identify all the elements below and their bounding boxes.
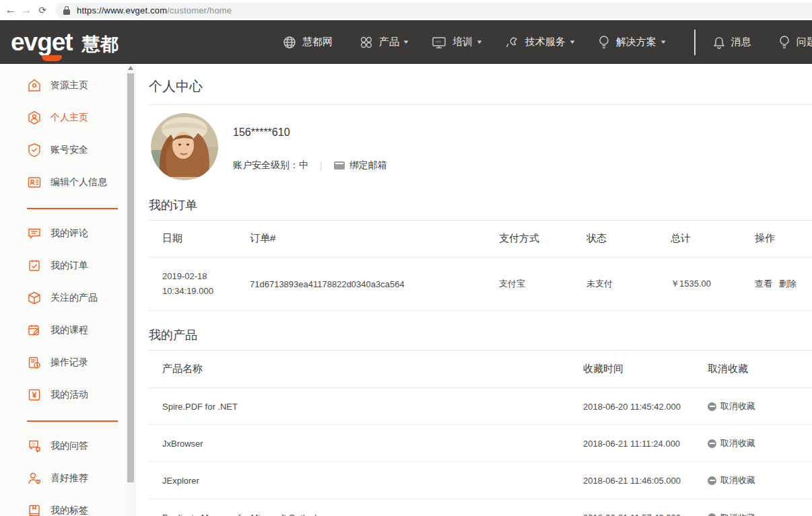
unfavorite-link[interactable]: 取消收藏 — [694, 437, 812, 449]
mail-icon — [334, 161, 345, 170]
product-name[interactable]: JExplorer — [149, 476, 570, 486]
sidebar-item-my-tags[interactable]: 我的标签 — [0, 494, 135, 516]
order-row: 2019-02-18 10:34:19.000 71d6713893ea4117… — [149, 258, 812, 311]
nav-divider — [694, 30, 696, 55]
favorite-time: 2018-06-21 11:11:24.000 — [570, 439, 694, 449]
browser-reload-button[interactable]: ⟳ — [35, 1, 53, 19]
column-header-product-name: 产品名称 — [149, 363, 570, 375]
security-level-label: 账户安全级别：中 — [233, 159, 308, 172]
security-row: 账户安全级别：中 ｜ 绑定邮箱 — [233, 159, 387, 172]
shield-check-icon — [27, 143, 42, 157]
favorite-time: 2018-06-21 11:46:05.000 — [570, 476, 694, 486]
lock-icon — [63, 6, 70, 15]
product-row: Duplicate Manager for Microsoft Outlook … — [149, 499, 812, 516]
product-name[interactable]: Spire.PDF for .NET — [149, 402, 570, 412]
product-name[interactable]: JxBrowser — [149, 439, 570, 449]
browser-forward-button[interactable]: → — [18, 1, 35, 19]
nav-questions[interactable]: 问题 ▼ — [778, 35, 812, 50]
sidebar-item-my-activities[interactable]: 我的活动 — [0, 379, 135, 411]
unfavorite-link[interactable]: 取消收藏 — [694, 400, 812, 412]
username: 156*****610 — [233, 126, 290, 139]
sidebar-item-operation-log[interactable]: 操作记录 — [0, 346, 135, 379]
user-hexagon-icon — [27, 110, 42, 125]
cube-icon — [27, 291, 42, 305]
sidebar-divider — [27, 420, 118, 422]
divider — [149, 104, 812, 105]
globe-icon — [283, 36, 296, 49]
product-row: Spire.PDF for .NET 2018-06-20 11:45:42.0… — [149, 388, 812, 425]
nav-products[interactable]: 产品 ▼ — [360, 36, 409, 49]
sidebar-item-account-security[interactable]: 账号安全 — [0, 134, 135, 166]
orders-table-header: 日期 订单# 支付方式 状态 总计 操作 — [149, 220, 812, 258]
bulb-icon — [598, 35, 610, 50]
minus-circle-icon — [708, 513, 716, 516]
minus-circle-icon — [708, 476, 716, 485]
site-header: evget 慧都 慧都网 产品 ▼ — [0, 20, 812, 64]
avatar[interactable] — [151, 113, 218, 180]
order-number: 71d6713893ea41178822d0340a3ca564 — [236, 279, 485, 289]
view-order-link[interactable]: 查看 — [755, 279, 772, 289]
order-total: ￥1535.00 — [657, 278, 741, 290]
nav-huidu-site[interactable]: 慧都网 — [283, 36, 337, 49]
sidebar-item-my-comments[interactable]: 我的评论 — [0, 217, 135, 250]
calendar-edit-icon — [27, 323, 42, 338]
scrollbar-thumb[interactable] — [127, 73, 134, 482]
orders-section-title: 我的订单 — [149, 197, 197, 213]
sidebar-item-resource-home[interactable]: 资源主页 — [0, 69, 135, 102]
page-title: 个人中心 — [149, 77, 203, 96]
qa-bubble-icon: ? — [27, 439, 42, 453]
favorite-time: 2018-06-21 11:57:43.000 — [570, 513, 694, 516]
column-header-total: 总计 — [657, 232, 741, 245]
minus-circle-icon — [708, 439, 716, 448]
products-section-title: 我的产品 — [149, 327, 197, 343]
tag-book-icon — [27, 503, 42, 516]
sidebar-item-followed-products[interactable]: 关注的产品 — [0, 282, 135, 314]
sidebar-item-edit-profile[interactable]: 编辑个人信息 — [0, 166, 135, 198]
person-heart-icon — [27, 471, 42, 486]
unfavorite-link[interactable]: 取消收藏 — [694, 474, 812, 486]
address-bar[interactable]: https://www.evget.com/customer/home — [55, 3, 812, 18]
column-header-favorite-time: 收藏时间 — [570, 363, 694, 375]
sidebar-item-recommendations[interactable]: 喜好推荐 — [0, 462, 135, 494]
bind-email-link[interactable]: 绑定邮箱 — [349, 159, 387, 172]
product-row: JxBrowser 2018-06-21 11:11:24.000 取消收藏 — [149, 425, 812, 462]
column-header-payment: 支付方式 — [485, 232, 573, 245]
order-payment: 支付宝 — [485, 278, 573, 290]
sidebar: 资源主页 个人主页 账号安全 — [0, 64, 135, 516]
sidebar-scrollbar[interactable] — [127, 64, 135, 516]
wrench-icon — [505, 36, 519, 49]
separator: ｜ — [316, 159, 326, 172]
product-name[interactable]: Duplicate Manager for Microsoft Outlook — [149, 513, 570, 516]
order-actions: 查看 删除 — [741, 278, 812, 290]
evget-logo[interactable]: evget 慧都 — [11, 28, 119, 57]
comment-icon — [27, 226, 42, 241]
svg-text:?: ? — [32, 441, 36, 447]
sidebar-item-personal-home[interactable]: 个人主页 — [0, 102, 135, 134]
column-header-actions: 操作 — [741, 232, 812, 245]
delete-order-link[interactable]: 删除 — [779, 279, 797, 289]
logo-cn-text: 慧都 — [82, 32, 119, 57]
sidebar-item-my-orders[interactable]: 我的订单 — [0, 250, 135, 282]
products-table-header: 产品名称 收藏时间 取消收藏 — [149, 350, 812, 388]
id-card-icon — [27, 175, 42, 190]
bulb-icon — [778, 35, 790, 50]
product-row: JExplorer 2018-06-21 11:46:05.000 取消收藏 — [149, 462, 812, 499]
order-check-icon — [27, 258, 42, 273]
nav-solutions[interactable]: 解决方案 ▼ — [598, 35, 666, 50]
grid-icon — [360, 36, 373, 49]
back-arrow-icon: ← — [5, 3, 17, 17]
column-header-status: 状态 — [573, 232, 657, 245]
logo-smile-accent — [42, 55, 62, 61]
scrollbar-up-arrow-icon[interactable] — [128, 66, 133, 70]
sidebar-item-my-courses[interactable]: 我的课程 — [0, 314, 135, 346]
sidebar-item-my-qa[interactable]: ? 我的问答 — [0, 430, 135, 462]
nav-tech-service[interactable]: 技术服务 ▼ — [505, 36, 575, 49]
nav-training[interactable]: </> 培训 ▼ — [432, 36, 482, 49]
logo-text: evget — [11, 28, 73, 57]
browser-back-button[interactable]: ← — [0, 1, 18, 19]
column-header-unfavorite: 取消收藏 — [694, 363, 812, 375]
top-navigation: 慧都网 产品 ▼ </> 培训 ▼ — [283, 20, 812, 64]
activity-yen-icon — [27, 388, 42, 402]
unfavorite-link[interactable]: 取消收藏 — [694, 512, 812, 516]
nav-messages[interactable]: 消息 — [713, 36, 755, 49]
